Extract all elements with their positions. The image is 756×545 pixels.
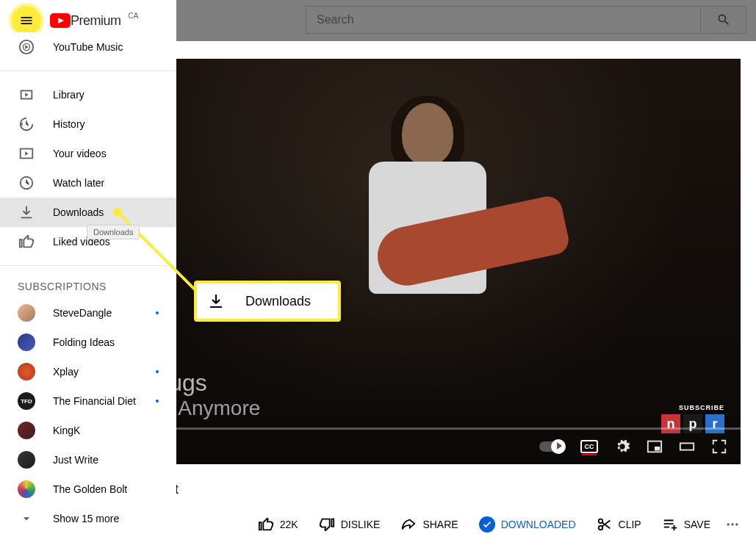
- watch-later-icon: [18, 174, 35, 192]
- subscription-folding-ideas[interactable]: Folding Ideas: [0, 328, 176, 357]
- avatar: [18, 422, 35, 439]
- library-icon: [18, 86, 35, 104]
- like-count: 22K: [280, 519, 298, 530]
- history-icon: [18, 115, 35, 133]
- callout-label: Downloads: [245, 294, 311, 309]
- tooltip-downloads: Downloads: [87, 225, 140, 239]
- sidebar-item-watch-later[interactable]: Watch later: [0, 168, 176, 198]
- subscription-label: The Golden Bolt: [53, 483, 159, 495]
- subscription-label: Just Write: [53, 454, 159, 466]
- like-button[interactable]: 22K: [251, 510, 306, 538]
- menu-button[interactable]: [12, 6, 41, 35]
- sidebar[interactable]: YouTube Music Library History Your video…: [0, 32, 176, 545]
- subscription-label: The Financial Diet: [53, 395, 156, 407]
- settings-icon[interactable]: [614, 438, 630, 455]
- save-label: SAVE: [684, 519, 710, 530]
- sidebar-item-label: History: [53, 118, 85, 130]
- fullscreen-icon[interactable]: [711, 438, 727, 455]
- avatar: [18, 304, 35, 322]
- scissors-icon: [597, 516, 613, 533]
- premium-label: Premium: [71, 13, 121, 29]
- subscription-kingk[interactable]: KingK: [0, 416, 176, 445]
- download-icon: [207, 292, 225, 310]
- sidebar-item-downloads[interactable]: Downloads: [0, 198, 176, 227]
- more-actions-button[interactable]: [724, 516, 741, 533]
- share-icon: [400, 516, 417, 533]
- avatar: [18, 480, 35, 498]
- sidebar-item-your-videos[interactable]: Your videos: [0, 139, 176, 168]
- avatar: [18, 333, 35, 351]
- sidebar-item-history[interactable]: History: [0, 109, 176, 139]
- region-label: CA: [129, 12, 139, 20]
- new-dot-icon: [156, 370, 159, 373]
- clip-button[interactable]: CLIP: [589, 510, 649, 538]
- like-icon: [18, 233, 35, 250]
- subscription-label: Xplay: [53, 366, 156, 378]
- clip-label: CLIP: [619, 519, 641, 530]
- svg-rect-9: [655, 447, 660, 451]
- downloaded-button[interactable]: DOWNLOADED: [472, 510, 583, 538]
- subscription-just-write[interactable]: Just Write: [0, 445, 176, 474]
- music-icon: [18, 38, 35, 56]
- avatar: [18, 451, 35, 469]
- callout-downloads: Downloads: [194, 281, 341, 322]
- subscription-label: Folding Ideas: [53, 336, 159, 348]
- subscription-golden-bolt[interactable]: The Golden Bolt: [0, 474, 176, 504]
- svg-rect-10: [680, 443, 694, 450]
- share-label: SHARE: [422, 519, 458, 530]
- subscription-financial-diet[interactable]: TFD The Financial Diet: [0, 386, 176, 416]
- hamburger-icon: [19, 13, 34, 28]
- subscription-label: KingK: [53, 425, 159, 436]
- avatar: TFD: [18, 392, 35, 410]
- share-button[interactable]: SHARE: [393, 510, 465, 538]
- new-dot-icon: [156, 400, 159, 403]
- sidebar-item-library[interactable]: Library: [0, 80, 176, 109]
- youtube-logo[interactable]: Premium: [50, 13, 121, 29]
- divider: [0, 265, 176, 266]
- subscription-xplay[interactable]: Xplay: [0, 357, 176, 386]
- npr-subscribe: SUBSCRIBE: [679, 404, 724, 411]
- thumbs-down-icon: [319, 516, 335, 533]
- show-more-label: Show 15 more: [53, 513, 159, 524]
- subscription-label: SteveDangle: [53, 307, 156, 319]
- more-horizontal-icon: [725, 517, 740, 532]
- svg-point-14: [731, 523, 733, 525]
- avatar: [18, 363, 35, 380]
- subscription-show-more[interactable]: Show 15 more: [0, 504, 176, 533]
- thumbs-up-icon: [258, 516, 274, 533]
- video-frame-content: [354, 103, 501, 331]
- dislike-button[interactable]: DISLIKE: [312, 510, 388, 538]
- your-videos-icon: [18, 145, 35, 162]
- subscription-stevedangle[interactable]: SteveDangle: [0, 298, 176, 328]
- dim-overlay: [176, 0, 756, 41]
- theater-icon[interactable]: [679, 438, 695, 455]
- play-logo-icon: [50, 13, 71, 28]
- divider: [0, 71, 176, 71]
- dislike-label: DISLIKE: [341, 519, 381, 530]
- downloaded-label: DOWNLOADED: [501, 519, 576, 530]
- svg-point-15: [735, 523, 738, 525]
- download-icon: [18, 203, 35, 221]
- sidebar-item-label: Library: [53, 89, 84, 101]
- sidebar-item-youtube-music[interactable]: YouTube Music: [0, 32, 176, 62]
- svg-point-13: [727, 523, 730, 525]
- chevron-down-icon: [18, 510, 35, 527]
- subscriptions-heading: SUBSCRIPTIONS: [0, 275, 176, 298]
- sidebar-item-label: Your videos: [53, 148, 107, 159]
- autoplay-toggle[interactable]: [539, 441, 564, 452]
- new-dot-icon: [156, 311, 159, 314]
- playlist-add-icon: [662, 516, 678, 533]
- sidebar-item-label: YouTube Music: [53, 41, 123, 53]
- cc-button[interactable]: CC: [580, 440, 598, 453]
- sidebar-item-label: Watch later: [53, 177, 104, 189]
- check-icon: [479, 516, 495, 533]
- miniplayer-icon[interactable]: [647, 438, 663, 455]
- sidebar-item-label: Downloads: [53, 206, 104, 218]
- save-button[interactable]: SAVE: [655, 510, 718, 538]
